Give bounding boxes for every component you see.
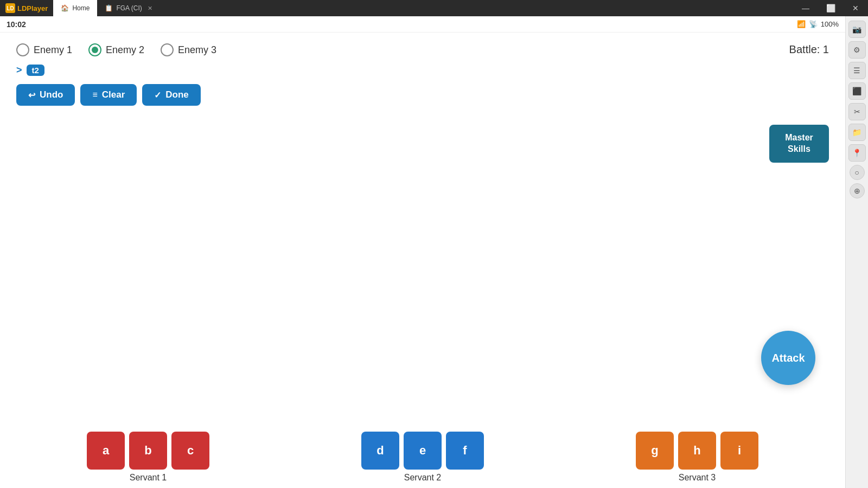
clear-button[interactable]: ≡ Clear [80, 84, 137, 106]
minimize-button[interactable]: — [793, 0, 818, 16]
servant2-group: d e f Servant 2 [361, 432, 484, 483]
servant2-label: Servant 2 [404, 473, 441, 483]
battle-counter: Battle: 1 [789, 43, 829, 56]
app-logo: LD LDPlayer [0, 3, 53, 13]
enemy2-label: Enemy 2 [106, 44, 144, 56]
maximize-button[interactable]: ⬜ [818, 0, 843, 16]
enemy2-radio-fill [92, 47, 98, 53]
servant3-skill-h-label: h [693, 444, 700, 458]
sidebar-screenshot-btn[interactable]: 📷 [848, 21, 866, 38]
sidebar-circle2-btn[interactable]: ⊕ [850, 183, 865, 198]
servant2-skill-f[interactable]: f [446, 432, 484, 470]
enemy2-radio[interactable] [88, 43, 101, 56]
undo-icon: ↩ [28, 90, 35, 100]
enemy2-option[interactable]: Enemy 2 [88, 43, 144, 56]
servant3-label: Servant 3 [679, 473, 716, 483]
sidebar-location-btn[interactable]: 📍 [848, 144, 866, 162]
servant1-group: a b c Servant 1 [87, 432, 209, 483]
servants-row: a b c Servant 1 d [0, 432, 845, 483]
servant1-skill-c[interactable]: c [171, 432, 209, 470]
status-time: 10:02 [7, 20, 26, 29]
servant2-skill-d-label: d [376, 444, 384, 458]
servant3-skill-h[interactable]: h [678, 432, 716, 470]
attack-label: Attack [771, 352, 805, 364]
script-tag: t2 [27, 65, 44, 76]
script-arrow: > [16, 65, 22, 76]
enemy3-label: Enemy 3 [178, 44, 216, 56]
titlebar-tabs: 🏠 Home 📋 FGA (CI) ✕ [53, 0, 159, 16]
sidebar-settings-btn[interactable]: ⚙ [848, 41, 866, 59]
enemy1-label: Enemy 1 [34, 44, 72, 56]
status-icons: 📶 📡 100% [797, 20, 839, 28]
servant2-skill-e-label: e [419, 444, 426, 458]
master-skills-button[interactable]: MasterSkills [769, 125, 829, 163]
fga-tab-icon: 📋 [105, 4, 113, 12]
clear-label: Clear [102, 89, 125, 100]
attack-button[interactable]: Attack [761, 331, 815, 385]
tab-fga[interactable]: 📋 FGA (CI) ✕ [97, 0, 159, 16]
titlebar: LD LDPlayer 🏠 Home 📋 FGA (CI) ✕ — ⬜ ✕ [0, 0, 868, 16]
window-controls: — ⬜ ✕ [793, 0, 868, 16]
done-button[interactable]: ✓ Done [142, 84, 201, 106]
close-button[interactable]: ✕ [843, 0, 868, 16]
servant2-skill-d[interactable]: d [361, 432, 399, 470]
undo-button[interactable]: ↩ Undo [16, 84, 75, 106]
battery-label: 100% [821, 20, 839, 28]
servant2-skills: d e f [361, 432, 484, 470]
done-icon: ✓ [154, 90, 161, 100]
servant3-skill-g[interactable]: g [636, 432, 674, 470]
servant2-skill-e[interactable]: e [404, 432, 442, 470]
servant1-skills: a b c [87, 432, 209, 470]
sidebar-menu-btn[interactable]: ☰ [848, 62, 866, 79]
servant1-label: Servant 1 [130, 473, 167, 483]
fga-tab-close[interactable]: ✕ [148, 5, 152, 12]
servant3-skill-i[interactable]: i [720, 432, 758, 470]
home-tab-label: Home [72, 4, 90, 12]
app-name: LDPlayer [17, 4, 48, 12]
done-label: Done [165, 89, 189, 100]
action-buttons: ↩ Undo ≡ Clear ✓ Done [0, 79, 845, 111]
master-skills-label: MasterSkills [785, 132, 813, 155]
tab-home[interactable]: 🏠 Home [53, 0, 97, 16]
enemy3-option[interactable]: Enemy 3 [161, 43, 216, 56]
sidebar-circle-btn[interactable]: ○ [850, 165, 865, 180]
fga-tab-label: FGA (CI) [116, 4, 142, 12]
servant1-skill-a[interactable]: a [87, 432, 125, 470]
undo-label: Undo [40, 89, 63, 100]
signal-icon: 📡 [809, 20, 818, 28]
sidebar-files-btn[interactable]: 📁 [848, 124, 866, 141]
main-content: 10:02 📶 📡 100% Battle: 1 Enemy 1 Enemy 2 [0, 16, 845, 488]
sidebar-fullscreen-btn[interactable]: ⬛ [848, 82, 866, 100]
servant3-skill-i-label: i [738, 444, 741, 458]
enemy1-option[interactable]: Enemy 1 [16, 43, 72, 56]
sidebar-cut-btn[interactable]: ✂ [848, 103, 866, 120]
enemy3-radio[interactable] [161, 43, 174, 56]
servant1-skill-b[interactable]: b [129, 432, 167, 470]
clear-icon: ≡ [92, 90, 97, 100]
servant3-group: g h i Servant 3 [636, 432, 758, 483]
game-area: Battle: 1 Enemy 1 Enemy 2 Enemy 3 > [0, 33, 845, 488]
enemy-row: Enemy 1 Enemy 2 Enemy 3 [0, 33, 845, 62]
status-bar: 10:02 📶 📡 100% [0, 16, 845, 33]
servant1-skill-c-label: c [187, 444, 194, 458]
script-line: > t2 [0, 62, 845, 79]
servant1-skill-b-label: b [144, 444, 151, 458]
servant3-skill-g-label: g [651, 444, 658, 458]
ld-icon: LD [5, 3, 15, 13]
servant3-skills: g h i [636, 432, 758, 470]
wifi-icon: 📶 [797, 20, 806, 28]
enemy1-radio[interactable] [16, 43, 29, 56]
right-sidebar: 📷 ⚙ ☰ ⬛ ✂ 📁 📍 ○ ⊕ [845, 16, 868, 488]
servant2-skill-f-label: f [463, 444, 467, 458]
servant1-skill-a-label: a [103, 444, 109, 458]
home-tab-icon: 🏠 [61, 4, 69, 12]
